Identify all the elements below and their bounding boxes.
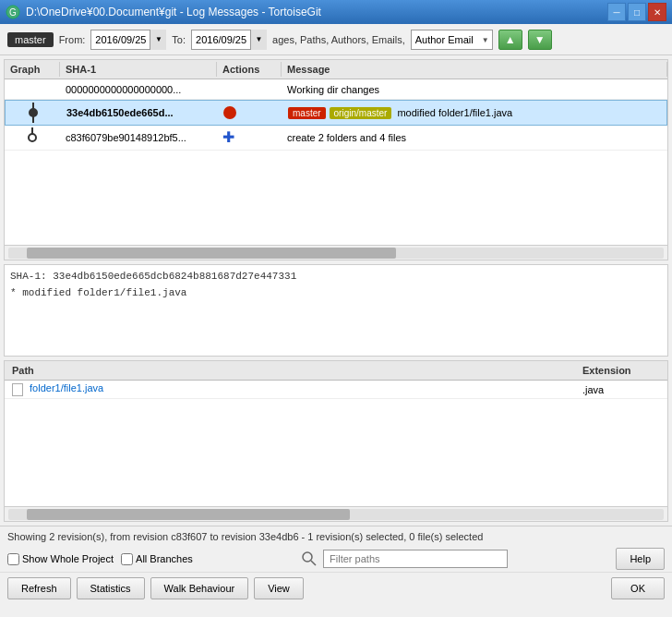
detail-section: SHA-1: 33e4db6150ede665dcb6824b881687d27… xyxy=(4,264,668,357)
filter-section xyxy=(200,550,609,568)
filter-options-label: ages, Paths, Authors, Emails, xyxy=(272,34,405,45)
branch-badge: master xyxy=(7,32,54,47)
graph-dot-2 xyxy=(29,108,38,117)
header-sha: SHA-1 xyxy=(60,62,217,77)
navigate-down-button[interactable]: ▼ xyxy=(528,30,552,50)
graph-dot-3 xyxy=(28,133,37,142)
detail-sha-line: SHA-1: 33e4db6150ede665dcb6824b881687d27… xyxy=(10,271,662,282)
log-section: Graph SHA-1 Actions Message 000000000000… xyxy=(4,59,668,260)
files-header-path: Path xyxy=(5,363,575,378)
action-blue-icon: ✚ xyxy=(222,129,234,145)
message-text-2: modified folder1/file1.java xyxy=(397,107,512,118)
search-icon xyxy=(301,550,318,567)
walk-behaviour-button[interactable]: Walk Behaviour xyxy=(150,577,249,599)
log-hscrollbar[interactable] xyxy=(5,245,667,260)
help-button[interactable]: Help xyxy=(616,548,665,570)
badge-master: master xyxy=(288,107,326,119)
app-icon: G xyxy=(6,5,20,19)
files-section: Path Extension folder1/file1.java .java xyxy=(4,360,668,522)
files-table-body: folder1/file1.java .java xyxy=(5,381,667,506)
message-cell-3: create 2 folders and 4 files xyxy=(282,130,667,145)
log-hscroll-thumb xyxy=(27,248,396,259)
maximize-button[interactable]: □ xyxy=(628,3,646,21)
header-actions: Actions xyxy=(217,62,282,77)
graph-cell-2 xyxy=(6,101,61,125)
log-hscroll-track xyxy=(8,248,664,259)
filter-select-wrapper: Author Email Message Author Paths xyxy=(411,30,493,50)
detail-content: * modified folder1/file1.java xyxy=(10,287,662,298)
filter-select[interactable]: Author Email Message Author Paths xyxy=(411,30,493,50)
header-graph: Graph xyxy=(5,62,60,77)
actions-cell-3: ✚ xyxy=(217,128,282,147)
action-buttons-bar: Refresh Statistics Walk Behaviour View O… xyxy=(0,572,672,603)
from-date-wrapper: ▼ xyxy=(90,30,166,50)
table-row[interactable]: folder1/file1.java .java xyxy=(5,381,667,399)
show-whole-project-text: Show Whole Project xyxy=(22,553,114,564)
filter-paths-input[interactable] xyxy=(323,550,508,568)
message-cell-1: Working dir changes xyxy=(282,82,667,97)
graph-visual-3 xyxy=(10,127,54,148)
badge-origin: origin/master xyxy=(330,107,392,119)
up-arrow-icon: ▲ xyxy=(505,33,516,46)
from-date-dropdown[interactable]: ▼ xyxy=(150,30,166,50)
to-date-dropdown[interactable]: ▼ xyxy=(250,30,267,50)
graph-cell-3 xyxy=(5,126,60,150)
sha-cell-1: 0000000000000000000... xyxy=(60,82,217,97)
files-header-ext: Extension xyxy=(575,363,667,378)
sha-label: SHA-1: xyxy=(10,271,47,282)
view-button[interactable]: View xyxy=(254,577,304,599)
graph-visual-2 xyxy=(11,103,55,123)
status-text: Showing 2 revision(s), from revision c83… xyxy=(7,531,483,542)
toolbar: master From: ▼ To: ▼ ages, Paths, Author… xyxy=(0,24,672,55)
log-table-body: 0000000000000000000... Working dir chang… xyxy=(5,79,667,245)
all-branches-checkbox[interactable] xyxy=(121,553,133,565)
file-path-cell: folder1/file1.java xyxy=(5,381,575,397)
close-button[interactable]: ✕ xyxy=(648,3,666,21)
svg-text:G: G xyxy=(9,7,17,18)
title-controls: ─ □ ✕ xyxy=(607,3,666,21)
sha-cell-2: 33e4db6150ede665d... xyxy=(61,105,218,120)
file-icon xyxy=(12,383,23,396)
navigate-up-button[interactable]: ▲ xyxy=(498,30,522,50)
to-date-wrapper: ▼ xyxy=(191,30,267,50)
ok-button[interactable]: OK xyxy=(611,577,665,599)
statistics-button[interactable]: Statistics xyxy=(77,577,145,599)
file-ext-cell: .java xyxy=(575,382,667,397)
table-row[interactable]: c83f6079be90148912bf5... ✚ create 2 fold… xyxy=(5,126,667,151)
show-whole-project-label: Show Whole Project xyxy=(7,553,114,565)
all-branches-label: All Branches xyxy=(121,553,193,565)
action-red-icon xyxy=(223,106,236,119)
title-bar-left: G D:\OneDrive¥00.Document¥git - Log Mess… xyxy=(6,5,321,19)
to-label: To: xyxy=(172,34,186,45)
window-title: D:\OneDrive¥00.Document¥git - Log Messag… xyxy=(26,6,321,18)
left-buttons-group: Refresh Statistics Walk Behaviour View xyxy=(7,577,304,599)
title-bar: G D:\OneDrive¥00.Document¥git - Log Mess… xyxy=(0,0,672,24)
svg-line-3 xyxy=(311,561,316,565)
graph-cell-1 xyxy=(5,88,60,91)
files-table-header: Path Extension xyxy=(5,361,667,381)
actions-cell-2 xyxy=(218,104,282,121)
table-row[interactable]: 0000000000000000000... Working dir chang… xyxy=(5,79,667,100)
from-label: From: xyxy=(59,34,86,45)
status-bar: Showing 2 revision(s), from revision c83… xyxy=(0,526,672,546)
down-arrow-icon: ▼ xyxy=(534,33,546,46)
files-hscroll-thumb xyxy=(27,509,350,520)
header-message: Message xyxy=(282,62,667,77)
files-hscrollbar[interactable] xyxy=(5,506,667,521)
refresh-button[interactable]: Refresh xyxy=(7,577,71,599)
actions-cell-1 xyxy=(217,88,282,91)
svg-point-2 xyxy=(303,552,312,562)
file-link[interactable]: folder1/file1.java xyxy=(30,382,103,393)
bottom-controls: Show Whole Project All Branches Help xyxy=(0,546,672,572)
files-hscroll-track xyxy=(8,509,664,520)
sha-cell-3: c83f6079be90148912bf5... xyxy=(60,130,217,145)
minimize-button[interactable]: ─ xyxy=(607,3,626,21)
sha-value: 33e4db6150ede665dcb6824b881687d27e447331 xyxy=(53,271,296,282)
show-whole-project-checkbox[interactable] xyxy=(7,553,19,565)
log-table-header: Graph SHA-1 Actions Message xyxy=(5,60,667,79)
all-branches-text: All Branches xyxy=(136,553,193,564)
table-row[interactable]: 33e4db6150ede665d... master origin/maste… xyxy=(5,100,667,126)
message-cell-2: master origin/master modified folder1/fi… xyxy=(282,105,666,121)
